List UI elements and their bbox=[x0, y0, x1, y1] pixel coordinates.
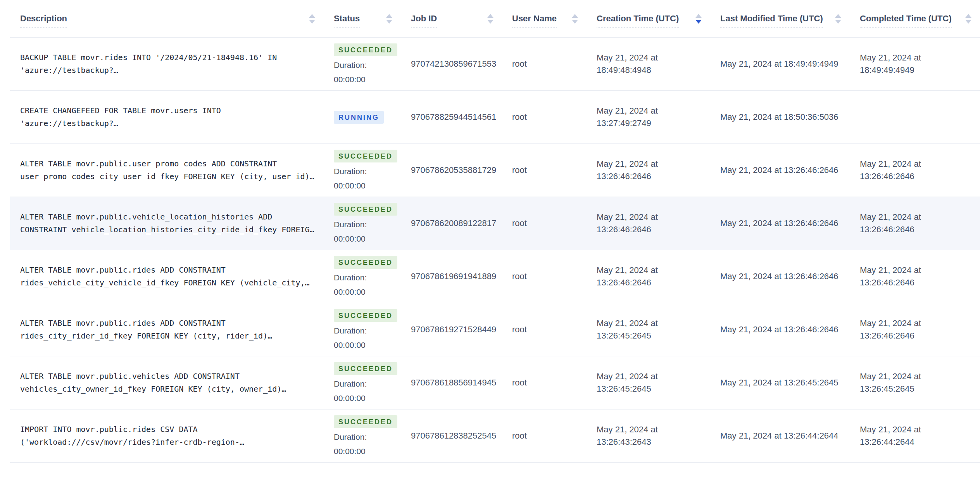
status-cell: SUCCEEDED Duration: 00:00:00 bbox=[327, 203, 404, 244]
table-header-row: Description Status Job ID User Name Crea… bbox=[10, 0, 980, 38]
status-cell: SUCCEEDED Duration: 00:00:00 bbox=[327, 150, 404, 191]
creation-time-cell: May 21, 2024 at 13:26:45:2645 bbox=[590, 317, 713, 342]
column-header-label: Job ID bbox=[411, 14, 437, 28]
job-description-link[interactable]: ALTER TABLE movr.public.vehicles ADD CON… bbox=[20, 370, 315, 396]
column-header-label: Last Modified Time (UTC) bbox=[720, 14, 823, 28]
column-header-status[interactable]: Status bbox=[327, 14, 404, 24]
column-header-completed-time[interactable]: Completed Time (UTC) bbox=[853, 14, 980, 24]
user-name-cell: root bbox=[505, 323, 590, 336]
description-cell: CREATE CHANGEFEED FOR TABLE movr.users I… bbox=[10, 104, 327, 130]
user-name-cell: root bbox=[505, 164, 590, 176]
last-modified-time-cell: May 21, 2024 at 13:26:44:2644 bbox=[713, 430, 853, 442]
completed-time-cell: May 21, 2024 at 13:26:46:2646 bbox=[853, 264, 980, 289]
column-header-label: User Name bbox=[512, 14, 557, 28]
column-header-label: Creation Time (UTC) bbox=[597, 14, 679, 28]
last-modified-time-cell: May 21, 2024 at 18:50:36:5036 bbox=[713, 111, 853, 123]
table-row[interactable]: ALTER TABLE movr.public.vehicle_location… bbox=[10, 197, 980, 250]
description-cell: ALTER TABLE movr.public.vehicle_location… bbox=[10, 211, 327, 236]
table-row[interactable]: ALTER TABLE movr.public.rides ADD CONSTR… bbox=[10, 303, 980, 356]
duration-value: 00:00:00 bbox=[334, 180, 366, 191]
duration-value: 00:00:00 bbox=[334, 393, 366, 404]
duration-value: 00:00:00 bbox=[334, 74, 366, 85]
user-name-cell: root bbox=[505, 430, 590, 442]
user-name-cell: root bbox=[505, 270, 590, 283]
job-description-link[interactable]: IMPORT INTO movr.public.rides CSV DATA (… bbox=[20, 423, 315, 449]
status-badge: SUCCEEDED bbox=[334, 43, 397, 56]
table-row[interactable]: IMPORT INTO movr.public.rides CSV DATA (… bbox=[10, 409, 980, 463]
job-description-link[interactable]: ALTER TABLE movr.public.rides ADD CONSTR… bbox=[20, 264, 315, 289]
status-cell: SUCCEEDED Duration: 00:00:00 bbox=[327, 415, 404, 457]
table-body: BACKUP TABLE movr.rides INTO '/2024/05/2… bbox=[10, 38, 980, 463]
job-id-cell: 970678825944514561 bbox=[404, 111, 505, 123]
job-id-cell: 970678618856914945 bbox=[404, 377, 505, 389]
user-name-cell: root bbox=[505, 111, 590, 123]
status-badge: RUNNING bbox=[334, 111, 384, 124]
column-header-label: Completed Time (UTC) bbox=[860, 14, 952, 28]
description-cell: ALTER TABLE movr.public.user_promo_codes… bbox=[10, 157, 327, 183]
user-name-cell: root bbox=[505, 217, 590, 230]
job-id-cell: 970678619271528449 bbox=[404, 323, 505, 336]
status-cell: SUCCEEDED Duration: 00:00:00 bbox=[327, 362, 404, 404]
completed-time-cell: May 21, 2024 at 18:49:49:4949 bbox=[853, 52, 980, 76]
column-header-label: Status bbox=[334, 14, 360, 28]
duration-label: Duration: bbox=[334, 219, 367, 230]
creation-time-cell: May 21, 2024 at 13:26:46:2646 bbox=[590, 211, 713, 236]
status-badge: SUCCEEDED bbox=[334, 256, 397, 269]
description-cell: ALTER TABLE movr.public.rides ADD CONSTR… bbox=[10, 317, 327, 342]
status-badge: SUCCEEDED bbox=[334, 150, 397, 162]
description-cell: ALTER TABLE movr.public.vehicles ADD CON… bbox=[10, 370, 327, 396]
job-description-link[interactable]: BACKUP TABLE movr.rides INTO '/2024/05/2… bbox=[20, 51, 315, 77]
last-modified-time-cell: May 21, 2024 at 18:49:49:4949 bbox=[713, 58, 853, 70]
creation-time-cell: May 21, 2024 at 13:26:43:2643 bbox=[590, 423, 713, 448]
column-header-job-id[interactable]: Job ID bbox=[404, 14, 505, 24]
duration-label: Duration: bbox=[334, 432, 367, 442]
sort-icon bbox=[386, 14, 392, 24]
duration-value: 00:00:00 bbox=[334, 287, 366, 297]
description-cell: BACKUP TABLE movr.rides INTO '/2024/05/2… bbox=[10, 51, 327, 77]
creation-time-cell: May 21, 2024 at 13:26:46:2646 bbox=[590, 158, 713, 183]
table-row[interactable]: CREATE CHANGEFEED FOR TABLE movr.users I… bbox=[10, 91, 980, 144]
status-cell: SUCCEEDED Duration: 00:00:00 bbox=[327, 43, 404, 85]
status-cell: RUNNING bbox=[327, 111, 404, 124]
last-modified-time-cell: May 21, 2024 at 13:26:46:2646 bbox=[713, 217, 853, 230]
column-header-description[interactable]: Description bbox=[10, 14, 327, 24]
completed-time-cell: May 21, 2024 at 13:26:44:2644 bbox=[853, 423, 980, 448]
duration-label: Duration: bbox=[334, 272, 367, 283]
column-header-user-name[interactable]: User Name bbox=[505, 14, 590, 24]
last-modified-time-cell: May 21, 2024 at 13:26:46:2646 bbox=[713, 323, 853, 336]
completed-time-cell: May 21, 2024 at 13:26:46:2646 bbox=[853, 158, 980, 183]
duration-label: Duration: bbox=[334, 60, 367, 71]
job-description-link[interactable]: ALTER TABLE movr.public.user_promo_codes… bbox=[20, 157, 315, 183]
duration-value: 00:00:00 bbox=[334, 233, 366, 244]
table-row[interactable]: BACKUP TABLE movr.rides INTO '/2024/05/2… bbox=[10, 38, 980, 91]
status-cell: SUCCEEDED Duration: 00:00:00 bbox=[327, 309, 404, 351]
column-header-creation-time[interactable]: Creation Time (UTC) bbox=[590, 14, 713, 24]
last-modified-time-cell: May 21, 2024 at 13:26:45:2645 bbox=[713, 377, 853, 389]
status-badge: SUCCEEDED bbox=[334, 362, 397, 375]
completed-time-cell: May 21, 2024 at 13:26:46:2646 bbox=[853, 211, 980, 236]
sort-icon bbox=[835, 14, 841, 24]
creation-time-cell: May 21, 2024 at 13:26:45:2645 bbox=[590, 370, 713, 395]
duration-label: Duration: bbox=[334, 378, 367, 389]
job-id-cell: 970678620089122817 bbox=[404, 217, 505, 230]
job-description-link[interactable]: ALTER TABLE movr.public.rides ADD CONSTR… bbox=[20, 317, 315, 342]
sort-icon bbox=[572, 14, 578, 24]
column-header-last-modified-time[interactable]: Last Modified Time (UTC) bbox=[713, 14, 853, 24]
table-row[interactable]: ALTER TABLE movr.public.rides ADD CONSTR… bbox=[10, 250, 980, 303]
job-description-link[interactable]: CREATE CHANGEFEED FOR TABLE movr.users I… bbox=[20, 104, 315, 130]
creation-time-cell: May 21, 2024 at 13:27:49:2749 bbox=[590, 105, 713, 130]
description-cell: ALTER TABLE movr.public.rides ADD CONSTR… bbox=[10, 264, 327, 289]
completed-time-cell: May 21, 2024 at 13:26:45:2645 bbox=[853, 370, 980, 395]
duration-value: 00:00:00 bbox=[334, 446, 366, 457]
sort-icon-active bbox=[695, 14, 702, 24]
duration-label: Duration: bbox=[334, 325, 367, 336]
last-modified-time-cell: May 21, 2024 at 13:26:46:2646 bbox=[713, 164, 853, 176]
creation-time-cell: May 21, 2024 at 18:49:48:4948 bbox=[590, 52, 713, 76]
table-row[interactable]: ALTER TABLE movr.public.user_promo_codes… bbox=[10, 144, 980, 197]
duration-label: Duration: bbox=[334, 166, 367, 177]
job-description-link[interactable]: ALTER TABLE movr.public.vehicle_location… bbox=[20, 211, 315, 236]
creation-time-cell: May 21, 2024 at 13:26:46:2646 bbox=[590, 264, 713, 289]
status-badge: SUCCEEDED bbox=[334, 203, 397, 216]
sort-icon bbox=[309, 14, 315, 24]
table-row[interactable]: ALTER TABLE movr.public.vehicles ADD CON… bbox=[10, 356, 980, 409]
